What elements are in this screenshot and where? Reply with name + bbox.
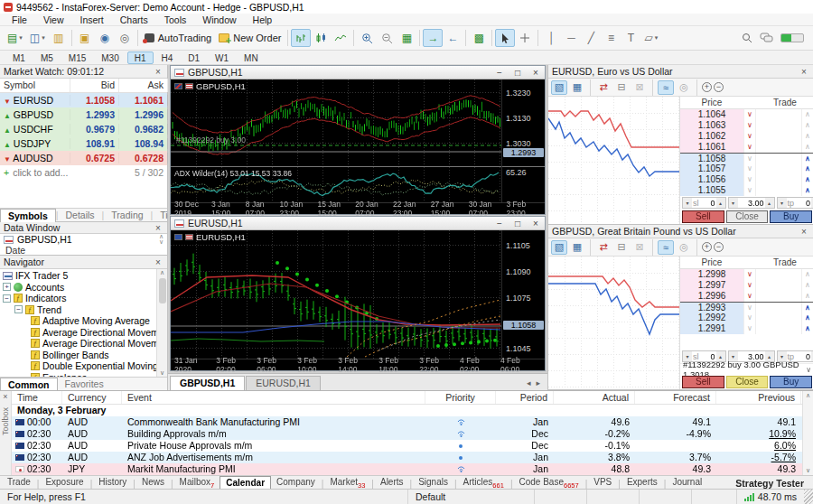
tab-trading[interactable]: Trading bbox=[104, 209, 150, 222]
resize-grip[interactable] bbox=[804, 490, 813, 504]
tick-chart-icon[interactable]: ≈ bbox=[658, 80, 674, 95]
zoom-out-icon[interactable]: − bbox=[714, 242, 724, 252]
tab-scroll-left-icon[interactable]: ◂ bbox=[527, 378, 531, 387]
market-watch-row[interactable]: ▲ GBPUSD1.29931.2996 bbox=[0, 107, 167, 122]
tree-item-accounts[interactable]: +Accounts bbox=[0, 282, 167, 294]
close-icon[interactable]: × bbox=[530, 68, 541, 78]
tree-item-indicator[interactable]: ƒBollinger Bands bbox=[0, 350, 167, 361]
gbpusd-chart-area[interactable]: GBPUSD,H1 #11392292 buy 3.00 ADX Wilder(… bbox=[171, 79, 545, 214]
group-mode-icon[interactable]: ◎ bbox=[676, 240, 692, 255]
sell-chevron-icon[interactable]: ∨ bbox=[743, 291, 756, 302]
menu-window[interactable]: Window bbox=[194, 14, 244, 26]
tab-favorites[interactable]: Favorites bbox=[58, 378, 111, 391]
buy-chevron-icon[interactable]: ∧ bbox=[801, 291, 813, 302]
market-watch-row[interactable]: ▲ USDCHF0.96790.9682 bbox=[0, 122, 167, 136]
sl-input[interactable] bbox=[700, 199, 716, 208]
menu-view[interactable]: View bbox=[35, 14, 72, 26]
orders-icon[interactable]: ⊟ bbox=[613, 80, 630, 95]
fibonacci-button[interactable]: ≡ bbox=[601, 29, 621, 47]
tab-experts[interactable]: Experts bbox=[621, 476, 663, 489]
tf-m30[interactable]: M30 bbox=[94, 51, 126, 64]
bid-row[interactable]: 1.1055∨∧ bbox=[680, 185, 813, 196]
buy-chevron-icon[interactable]: ∧ bbox=[801, 120, 813, 131]
tab-alerts[interactable]: Alerts bbox=[375, 476, 409, 489]
buy-chevron-icon[interactable]: ∧ bbox=[801, 280, 813, 291]
bid-row[interactable]: 1.2991∨∧ bbox=[680, 323, 813, 334]
volume-increase-button[interactable]: ▴ bbox=[765, 198, 774, 208]
zoom-out-icon[interactable]: − bbox=[714, 82, 724, 92]
market-watch-button[interactable]: ▣ bbox=[75, 29, 95, 47]
tick-chart[interactable] bbox=[548, 97, 680, 224]
tab-history[interactable]: History bbox=[93, 476, 132, 489]
zoom-in-button[interactable] bbox=[357, 29, 377, 47]
bid-row[interactable]: 1.2993∨∧ bbox=[680, 302, 813, 313]
shapes-button[interactable]: ▱▾ bbox=[640, 29, 661, 47]
crosshair-button[interactable] bbox=[515, 29, 535, 47]
text-tool-button[interactable]: T bbox=[621, 29, 640, 47]
buy-chevron-icon[interactable]: ∧ bbox=[801, 131, 813, 142]
scrollbar[interactable]: ∧∨ bbox=[159, 234, 164, 245]
tree-item-indicator[interactable]: ƒAverage Directional Movement bbox=[0, 327, 167, 339]
zoom-in-icon[interactable]: + bbox=[702, 242, 712, 252]
ask-row[interactable]: 1.2998∨∧ bbox=[680, 269, 813, 280]
eurusd-chart-area[interactable]: EURUSD,H1 1.1105 1.1090 1.1075 1.1058 1.… bbox=[171, 230, 545, 370]
buy-chevron-icon[interactable]: ∧ bbox=[801, 109, 813, 120]
tf-m15[interactable]: M15 bbox=[61, 51, 93, 64]
ask-row[interactable]: 1.2997∨∧ bbox=[680, 280, 813, 291]
calendar-row[interactable]: 02:30 AUDBuilding Approvals m/m Dec-0.2%… bbox=[12, 428, 813, 440]
auto-scroll-button[interactable]: → bbox=[423, 29, 443, 47]
collapse-icon[interactable]: − bbox=[14, 305, 23, 313]
ask-row[interactable]: 1.1062∨∧ bbox=[680, 131, 813, 142]
tile-windows-button[interactable]: ▦ bbox=[397, 29, 416, 47]
group-mode-icon[interactable]: ◎ bbox=[676, 80, 692, 95]
time-axis[interactable]: 30 Dec 20193 Jan 15:008 Jan 07:0010 Jan … bbox=[171, 202, 545, 214]
trendline-button[interactable]: ╱ bbox=[581, 29, 601, 47]
sell-chevron-icon[interactable]: ∨ bbox=[743, 131, 756, 142]
market-watch-row[interactable]: ▲ USDJPY108.91108.94 bbox=[0, 136, 167, 151]
market-book-icon[interactable]: ▦ bbox=[569, 240, 585, 255]
chart-window-titlebar[interactable]: EURUSD,H1 −□× bbox=[171, 217, 545, 230]
sell-button[interactable]: Sell bbox=[682, 376, 724, 388]
bid-row[interactable]: 1.2992∨∧ bbox=[680, 313, 813, 323]
calendar-row[interactable]: 02:30 JPYMarkit Manufacturing PMI Jan48.… bbox=[12, 463, 813, 475]
volume-decrease-button[interactable]: ▾ bbox=[729, 198, 738, 208]
open-position-selector[interactable]: #11392292 buy 3.00 GBPUSD 1.3018∨ bbox=[680, 363, 813, 375]
sl-increase-button[interactable]: ▴ bbox=[716, 198, 725, 208]
strategy-tester-button[interactable]: ▩ bbox=[469, 29, 489, 47]
close-position-icon[interactable]: ⊠ bbox=[631, 80, 648, 95]
tab-calendar[interactable]: Calendar bbox=[220, 476, 271, 489]
chat-icon[interactable] bbox=[760, 33, 773, 43]
new-chart-button[interactable]: ▤▾ bbox=[4, 29, 26, 47]
tab-details[interactable]: Details bbox=[59, 209, 102, 222]
market-book-icon[interactable]: ▦ bbox=[569, 80, 585, 95]
ask-row[interactable]: 1.1064∨∧ bbox=[680, 109, 813, 120]
tp-input[interactable] bbox=[795, 199, 811, 208]
tab-common[interactable]: Common bbox=[0, 378, 58, 391]
price-scale[interactable]: 1.3230 1.3130 1.3030 1.2993 65.26 bbox=[501, 79, 545, 214]
tree-item-indicator[interactable]: ƒDouble Exponential Moving Av bbox=[0, 360, 167, 372]
tab-signals[interactable]: Signals bbox=[413, 476, 453, 489]
sell-chevron-icon[interactable]: ∨ bbox=[743, 280, 756, 291]
bid-row[interactable]: 1.1057∨∧ bbox=[680, 163, 813, 174]
tab-articles[interactable]: Articles661 bbox=[458, 476, 509, 489]
chart-tab-gbpusd[interactable]: GBPUSD,H1 bbox=[170, 376, 245, 390]
one-click-trading-icon[interactable]: ⇄ bbox=[595, 80, 612, 95]
tf-d1[interactable]: D1 bbox=[181, 51, 207, 64]
tab-vps[interactable]: VPS bbox=[588, 476, 617, 489]
sell-button[interactable]: Sell bbox=[682, 210, 724, 223]
buy-chevron-icon[interactable]: ∧ bbox=[801, 269, 813, 280]
tab-news[interactable]: News bbox=[136, 476, 170, 489]
chart-mode-icon[interactable]: ▧ bbox=[551, 80, 567, 95]
data-window-symbol[interactable]: GBPUSD,H1 ∧∨ bbox=[0, 234, 167, 245]
tab-exposure[interactable]: Exposure bbox=[40, 476, 89, 489]
close-icon[interactable]: × bbox=[153, 257, 164, 267]
quotes-button[interactable]: ▥ bbox=[49, 29, 69, 47]
close-icon[interactable]: × bbox=[799, 227, 809, 237]
bar-chart-button[interactable] bbox=[291, 29, 311, 47]
market-watch-row[interactable]: ▼ AUDUSD0.67250.6728 bbox=[0, 151, 167, 165]
chart-mode-icon[interactable]: ▧ bbox=[551, 240, 567, 255]
minimize-icon[interactable]: − bbox=[494, 219, 505, 229]
vertical-line-button[interactable]: │ bbox=[541, 29, 561, 47]
tab-mailbox[interactable]: Mailbox7 bbox=[174, 476, 220, 489]
tf-m1[interactable]: M1 bbox=[5, 51, 33, 64]
